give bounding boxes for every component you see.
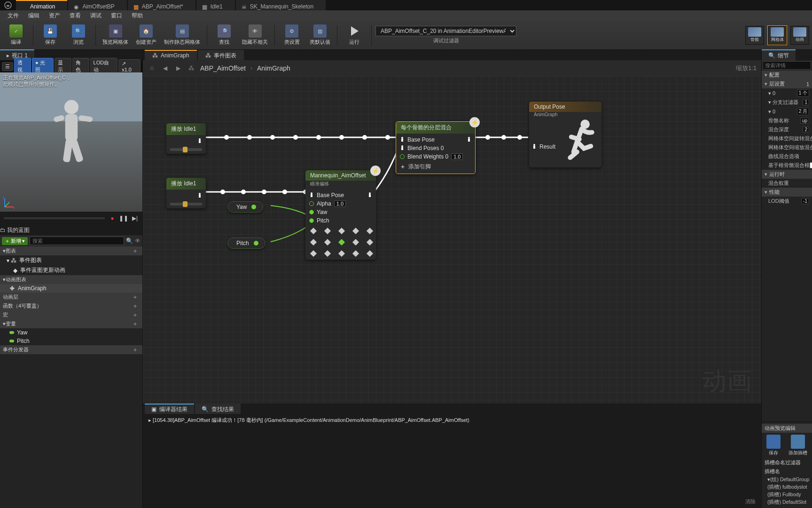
hide-unrelated-button[interactable]: 👁隐藏不相关 [239, 22, 271, 48]
clear-log-button[interactable]: 清除 [745, 498, 756, 505]
root-blend-checkbox[interactable] [810, 162, 812, 168]
float-out-pin[interactable] [251, 205, 256, 209]
add-function-icon[interactable]: ＋ [133, 302, 140, 310]
save-button[interactable]: 💾保存 [37, 22, 63, 48]
event-bp-update-row[interactable]: ◆ 事件蓝图更新动画 [0, 265, 142, 275]
class-defaults-button[interactable]: ▥类默认值 [307, 22, 333, 48]
runtime-section[interactable]: ▾运行时 [762, 170, 812, 179]
viewport-menu-icon[interactable]: ☰ [2, 62, 13, 71]
node-aimoffset[interactable]: ⚡ Mannequin_AimOffset 瞄准偏移 Base Pose Alp… [305, 170, 376, 260]
viewport-timeline[interactable]: ● ❚❚ ▶| [0, 212, 142, 225]
compile-button[interactable]: ✓编译 [3, 22, 29, 48]
menu-asset[interactable]: 资产 [44, 10, 65, 21]
breadcrumb-asset[interactable]: ABP_AimOffset [200, 64, 246, 72]
node-var-yaw[interactable]: Yaw [227, 201, 263, 213]
var-yaw-row[interactable]: Yaw [0, 328, 142, 337]
graphs-header[interactable]: ▾图表＋ [0, 246, 142, 255]
event-graph-row[interactable]: ▾ ⁂ 事件图表 [0, 255, 142, 265]
add-new-button[interactable]: ＋新增 ▾ [2, 237, 28, 245]
bone-name-row[interactable]: 骨骼名称up [762, 116, 812, 125]
find-results-tab[interactable]: 🔍 查找结果 [195, 404, 241, 414]
slot-row-0[interactable]: ▾(组) DefaultGroup [762, 476, 812, 484]
alpha-pin[interactable] [309, 201, 314, 206]
add-macro-icon[interactable]: ＋ [133, 311, 140, 318]
anim-layers-header[interactable]: 动画层＋ [0, 293, 142, 302]
save-slot-button[interactable]: 保存 [766, 435, 781, 456]
class-settings-button[interactable]: ⚙类设置 [279, 22, 305, 48]
find-button[interactable]: 🔎查找 [211, 22, 237, 48]
branch-filter-row[interactable]: ▾ 分支过滤器1 [762, 98, 812, 107]
make-static-button[interactable]: ▤制作静态网格体 [161, 22, 203, 48]
pose-in-icon[interactable] [400, 136, 405, 143]
menu-window[interactable]: 窗口 [106, 10, 127, 21]
weight-pin[interactable] [400, 154, 405, 159]
mybp-tab[interactable]: 🗀 我的蓝图 [0, 226, 30, 234]
preview-mesh-button[interactable]: ▣预览网格体 [100, 22, 131, 48]
menu-file[interactable]: 文件 [3, 10, 23, 21]
menu-edit[interactable]: 编辑 [23, 10, 44, 21]
mesh-rot-row[interactable]: 网格体空间旋转混合 [762, 134, 812, 143]
title-tab-skeleton[interactable]: ☠SK_Mannequin_Skeleton [236, 0, 326, 10]
config-section[interactable]: ▾配置 [762, 71, 812, 79]
add-variable-icon[interactable]: ＋ [133, 320, 140, 327]
macros-header[interactable]: 宏＋ [0, 310, 142, 319]
breadcrumb-graph[interactable]: AnimGraph [257, 64, 290, 72]
eye-icon[interactable]: 👁 [135, 238, 141, 244]
anim-graph-canvas[interactable]: 播放 Idle1 播放 Idle1 Yaw Pitch [143, 76, 761, 404]
node-play-idle1-b[interactable]: 播放 Idle1 [166, 178, 206, 208]
debug-context-select[interactable]: ABP_AimOffset_C_20 in AnimationEditorPre… [375, 26, 516, 36]
details-search-input[interactable] [763, 61, 811, 70]
slot-row-1[interactable]: (插槽) fullbodyslot [762, 484, 812, 491]
node-output-pose[interactable]: Output Pose AnimGraph Result [529, 102, 601, 167]
alpha-value[interactable]: 1.0 [334, 200, 346, 207]
mode-mesh[interactable]: 网格体 [768, 26, 787, 45]
mode-anim[interactable]: 动画 [790, 26, 809, 45]
animgraph-row[interactable]: 🟇 AnimGraph [0, 284, 142, 293]
lod-row[interactable]: LOD阈值-1 [762, 197, 812, 206]
compiler-results-tab[interactable]: ▣ 编译器结果 [145, 404, 194, 414]
animgraph-tab[interactable]: ⁂ AnimGraph [145, 50, 197, 60]
slot-row-3[interactable]: (插槽) DefaultSlot [762, 499, 812, 506]
pose-in-icon[interactable] [309, 192, 314, 198]
mode-skeleton[interactable]: 骨骼 [745, 26, 764, 45]
pose-in-icon[interactable] [532, 143, 537, 150]
node-var-pitch[interactable]: Pitch [227, 238, 265, 249]
layers-0-row[interactable]: ▾ 01 个 [762, 88, 812, 98]
variables-header[interactable]: ▾变量＋ [0, 319, 142, 328]
add-dispatcher-icon[interactable]: ＋ [133, 346, 140, 353]
eventgraph-tab[interactable]: ⁂ 事件图表 [198, 50, 244, 60]
create-asset-button[interactable]: 🏠创建资产 [133, 22, 159, 48]
dispatchers-header[interactable]: 事件分发器＋ [0, 345, 142, 354]
pose-in-icon[interactable] [400, 145, 405, 151]
mybp-search-input[interactable] [30, 237, 124, 245]
favorite-icon[interactable]: ☆ [148, 64, 156, 72]
node-layered-blend[interactable]: ⚡ 每个骨骼的分层混合 Base Pose Blend Poses 0 Blen… [396, 121, 476, 174]
pitch-pin[interactable] [309, 218, 314, 223]
perf-section[interactable]: ▾性能 [762, 188, 812, 197]
menu-help[interactable]: 帮助 [127, 10, 148, 21]
branch-0-row[interactable]: ▾ 02 月 [762, 107, 812, 116]
record-icon[interactable]: ● [109, 214, 116, 222]
nav-back-icon[interactable]: ◀ [161, 64, 169, 72]
nav-forward-icon[interactable]: ▶ [174, 64, 182, 72]
yaw-pin[interactable] [309, 210, 314, 214]
viewport-preview[interactable]: 正在预览ABP_AimOffset_C，此模式已禁用骨骼操作。 zx [0, 72, 142, 212]
menu-view[interactable]: 查看 [65, 10, 86, 21]
var-pitch-row[interactable]: Pitch [0, 337, 142, 345]
slot-row-2[interactable]: (插槽) Fullbody [762, 491, 812, 499]
mesh-scale-row[interactable]: 网格体空间缩放混合 [762, 143, 812, 152]
title-tab-abp-aimoffset[interactable]: ▦ABP_AimOffset* [128, 0, 195, 10]
root-blend-row[interactable]: 基于根骨骼混合根 [762, 161, 812, 170]
node-play-idle1-a[interactable]: 播放 Idle1 [166, 123, 206, 154]
add-graph-icon[interactable]: ＋ [133, 247, 140, 254]
details-tab[interactable]: 🔍 细节 [762, 49, 796, 61]
add-layer-icon[interactable]: ＋ [133, 294, 140, 301]
float-out-pin[interactable] [254, 241, 258, 246]
pause-icon[interactable]: ❚❚ [120, 214, 127, 222]
anim-preview-header[interactable]: 动画预览编辑 [762, 424, 812, 433]
blend-depth-row[interactable]: 混合深度2 [762, 125, 812, 134]
title-tab-animation[interactable]: Animation [16, 0, 67, 10]
add-pin-button[interactable]: ＋添加引脚 [400, 161, 471, 171]
layers-section[interactable]: ▾层设置1 [762, 79, 812, 88]
browse-button[interactable]: 🔍浏览 [65, 22, 92, 48]
